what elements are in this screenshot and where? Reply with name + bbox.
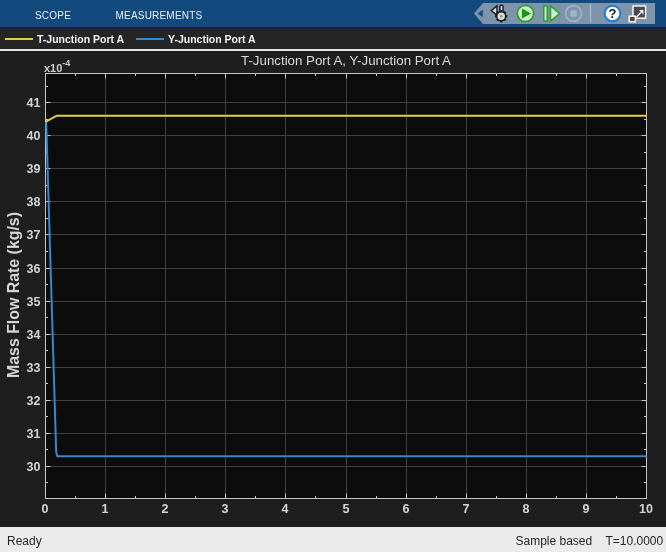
svg-text:?: ?: [609, 6, 617, 21]
